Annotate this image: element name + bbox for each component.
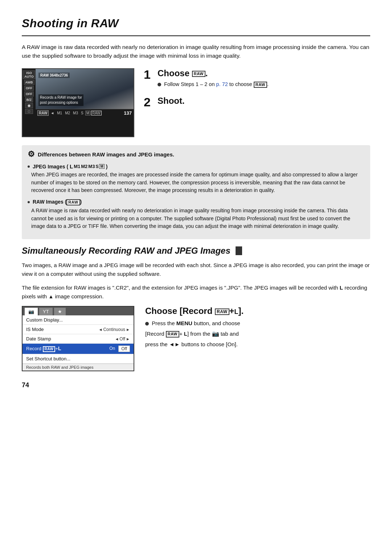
raw-badge-2: RAW [254,82,267,88]
step2-content: Shoot. [158,96,185,106]
menu-row-shortcut: Set Shortcut button... [23,354,134,364]
menu-row-ismode-value: ◄ Continuous ► [99,327,130,332]
menu-tab-star[interactable]: ★ [54,308,66,315]
cam-off1-icon: OFF [24,86,34,91]
cam-awb-icon: AWB [24,80,34,85]
camera-left-bar: ISOAUTO AWB OFF OFF B/Z ◉ □ [23,69,36,117]
star-tab-icon: ★ [58,309,62,314]
menu-row-record-value: On Off [107,345,130,352]
size-m1: M1 [74,164,80,169]
menu-row-shortcut-label: Set Shortcut button... [26,356,130,361]
ismode-arrow-right: ► [126,327,130,332]
cam-off2-icon: OFF [24,91,34,97]
camera-sub-text: Records a RAW image for post processing … [38,94,83,106]
settings-tab-icon: YT [43,309,49,314]
menu-footer: Records both RAW and JPEG images [23,364,134,371]
off-button[interactable]: Off [118,345,130,352]
raw-section-title: RAW Images (RAW) [28,199,364,205]
menu-screen: 📷 YT ★ Custom Display... IS Mode ◄ Conti… [22,306,134,371]
on-button[interactable]: On [107,345,118,352]
cam-circle-icon: ◉ [25,103,33,108]
menu-row-custom: Custom Display... [23,315,134,325]
cam-mode-m: M [85,111,90,115]
choose-title: Choose [Record RAW+L]. [145,306,370,316]
raw-section: RAW Images (RAW) A RAW image is raw data… [28,199,364,230]
raw-badge-3: RAW [66,199,80,205]
on-off-selector: On Off [107,345,130,352]
steps-column: 1 Choose RAW. Follow Steps 1 – 2 on p. 7… [144,68,370,108]
cam-mode-m1: M1 [56,111,63,115]
size-sq: M [99,164,104,169]
datestamp-arrow-left: ◄ [115,337,119,341]
jpeg-section-title: JPEG Images ( L M1 M2 M3 S M ) [28,163,364,169]
size-l-choose: L [234,308,238,315]
cam-mode-s: S [80,111,85,115]
step2-title: Shoot. [158,96,185,106]
info-box: ⚙ Differences between RAW images and JPE… [22,145,370,239]
step-right: Choose [Record RAW+L]. Press the MENU bu… [145,306,370,349]
bullet-dot-jpeg [28,165,30,168]
raw-badge-desc: RAW [166,331,179,337]
step1-link[interactable]: p. 72 [216,81,228,87]
ismode-arrow-left: ◄ [99,327,103,332]
size-m3: M3 [88,164,95,169]
bottom-step-area: 📷 YT ★ Custom Display... IS Mode ◄ Conti… [22,306,370,371]
bullet-dot-raw [28,201,30,203]
menu-tab-camera[interactable]: 📷 [25,308,38,315]
step2-row: 2 Shoot. [144,96,370,108]
menu-tabs: 📷 YT ★ [23,307,134,315]
raw-badge-choose: RAW [215,308,229,315]
cam-count: 137 [124,110,132,116]
camera-photo-area: RAW 3648x2736 Records a RAW image for po… [36,69,134,109]
menu-row-ismode-label: IS Mode [26,327,99,332]
section2-body2: The file extension for RAW images is ".C… [22,283,370,301]
page-title: Shooting in RAW [22,13,370,36]
cam-mode-raw: RAW [37,110,49,116]
menu-row-datestamp-label: Date Stamp [26,336,115,342]
menu-row-custom-label: Custom Display... [26,317,130,323]
jpeg-section: JPEG Images ( L M1 M2 M3 S M ) When JPEG… [28,163,364,195]
step1-row: 1 Choose RAW. Follow Steps 1 – 2 on p. 7… [144,68,370,89]
menu-rows: Custom Display... IS Mode ◄ Continuous ►… [23,315,134,364]
raw-section-body: A RAW image is raw data recorded with ne… [31,207,364,230]
size-s: S [95,164,98,169]
menu-row-record[interactable]: Record RAW+L On Off [23,344,134,354]
size-l-body: L [340,285,343,291]
cam-mode-arrow-left: ◄ [49,111,55,115]
camera-overlay-text: RAW 3648x2736 [38,73,70,78]
step1-desc: Follow Steps 1 – 2 on p. 72 to choose RA… [158,81,269,89]
intro-text: A RAW image is raw data recorded with ne… [22,43,370,60]
cam-iso-icon: ISOAUTO [23,70,35,79]
step1-number: 1 [144,68,154,81]
step2-number: 2 [144,96,154,108]
step1-content: Choose RAW. Follow Steps 1 – 2 on p. 72 … [158,68,269,89]
raw-badge-1: RAW [192,71,205,77]
cam-mode-m2: M2 [64,111,71,115]
gear-icon: ⚙ [28,150,35,159]
section2-body1: Two images, a RAW image and a JPEG image… [22,261,370,278]
circle-bullet-choose [145,322,149,326]
menu-tab-settings[interactable]: YT [39,308,53,315]
size-l: L [70,163,73,169]
size-m2: M2 [81,164,87,169]
menu-row-datestamp-value: ◄ Off ► [115,336,130,342]
heading-block [236,246,242,255]
jpeg-section-body: When JPEG images are recorded, the image… [31,171,364,195]
page-number: 74 [22,381,370,389]
camera-bottom-bar: RAW ◄ M1 M2 M3 S M RAW 137 [36,109,134,117]
step-area: ISOAUTO AWB OFF OFF B/Z ◉ □ RAW 3648x273… [22,68,370,137]
cam-mode-raw2: RAW [91,111,102,115]
camera-tab-icon: 📷 [28,309,34,314]
cam-square-icon: □ [25,109,33,114]
info-box-title: ⚙ Differences between RAW images and JPE… [28,150,364,159]
cam-bz-icon: B/Z [25,97,33,102]
menu-row-datestamp: Date Stamp ◄ Off ► [23,334,134,344]
step1-title: Choose RAW. [158,68,269,78]
camera-screen: ISOAUTO AWB OFF OFF B/Z ◉ □ RAW 3648x273… [22,68,134,137]
cam-mode-m3: M3 [72,111,79,115]
size-icons: L M1 M2 M3 S M [70,163,105,169]
section2-heading: Simultaneously Recording RAW and JPEG Im… [22,246,370,256]
datestamp-arrow-right: ► [126,337,130,341]
menu-row-record-label: Record RAW+L [26,345,107,352]
choose-desc: Press the MENU button, and choose [Recor… [145,319,370,349]
